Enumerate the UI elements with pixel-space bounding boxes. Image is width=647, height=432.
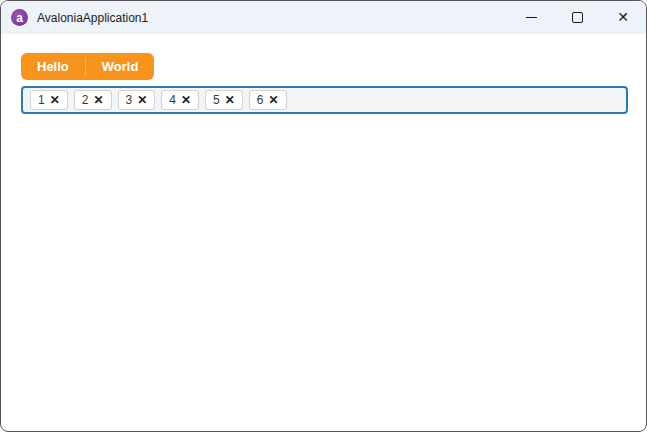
tag-chip: 4 ✕ [161, 90, 199, 110]
close-button[interactable]: ✕ [600, 1, 646, 33]
titlebar: a AvaloniaApplication1 ✕ [1, 1, 646, 34]
tag-chip: 2 ✕ [74, 90, 112, 110]
tag-chip-close-icon[interactable]: ✕ [50, 94, 60, 106]
tag-chip-label: 1 [38, 94, 45, 106]
tag-input-container[interactable]: 1 ✕ 2 ✕ 3 ✕ 4 ✕ 5 ✕ 6 ✕ [21, 86, 628, 114]
window-content: Hello World 1 ✕ 2 ✕ 3 ✕ 4 ✕ 5 ✕ [1, 34, 646, 114]
app-window: a AvaloniaApplication1 ✕ Hello World 1 ✕ [0, 0, 647, 432]
tag-chip-close-icon[interactable]: ✕ [225, 94, 235, 106]
tag-chip-label: 2 [82, 94, 89, 106]
tag-chip: 1 ✕ [30, 90, 68, 110]
maximize-icon [572, 12, 583, 23]
avalonia-logo-icon: a [11, 9, 28, 26]
minimize-icon [526, 17, 537, 18]
tag-chip-close-icon[interactable]: ✕ [137, 94, 147, 106]
tag-chip-close-icon[interactable]: ✕ [268, 94, 278, 106]
hello-button[interactable]: Hello [21, 53, 85, 80]
tag-chip: 5 ✕ [205, 90, 243, 110]
tag-chip-label: 6 [257, 94, 264, 106]
tag-chip: 3 ✕ [118, 90, 156, 110]
close-icon: ✕ [617, 10, 629, 24]
hello-world-button-group: Hello World [21, 53, 154, 80]
caption-buttons: ✕ [508, 1, 646, 34]
tag-chip-label: 5 [213, 94, 220, 106]
tag-chip-label: 3 [126, 94, 133, 106]
avalonia-logo-letter: a [16, 12, 23, 24]
tag-chip-close-icon[interactable]: ✕ [181, 94, 191, 106]
tag-chip-label: 4 [169, 94, 176, 106]
minimize-button[interactable] [508, 1, 554, 33]
window-title: AvaloniaApplication1 [37, 11, 148, 25]
maximize-button[interactable] [554, 1, 600, 33]
world-button[interactable]: World [86, 53, 155, 80]
tag-chip-close-icon[interactable]: ✕ [93, 94, 103, 106]
tag-chip: 6 ✕ [249, 90, 287, 110]
